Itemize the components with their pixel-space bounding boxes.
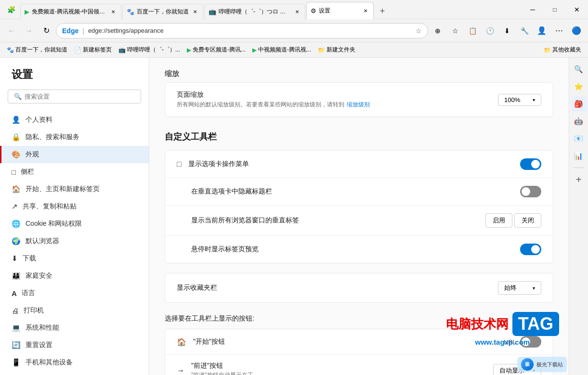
back-button[interactable]: ← [4, 23, 19, 39]
maximize-button[interactable]: □ [544, 2, 566, 17]
toggle-home-btn[interactable] [520, 336, 541, 348]
star-button[interactable]: ☆ [416, 27, 422, 35]
right-add-btn[interactable]: + [571, 172, 587, 187]
settings-title: 设置 [0, 67, 149, 90]
right-wallet-btn[interactable]: 🎒 [571, 96, 587, 112]
forward-btn-dropdown-value: 自动显示 [499, 366, 524, 375]
bookmarks-bar-section-block: 显示收藏夹栏 始终 ▾ [165, 273, 553, 303]
nav-item-language[interactable]: A 语言 [0, 284, 149, 302]
zoom-section-block: 页面缩放 所有网站的默认缩放级别。若要查看某些网站的缩放级别，请转到 缩放级别 … [165, 82, 553, 117]
address-bar: ← → ↻ Edge | edge://settings/appearance … [0, 19, 588, 42]
nav-item-downloads[interactable]: ⬇ 下载 [0, 250, 149, 267]
nav-item-start[interactable]: 🏠 开始、主页和新建标签页 [0, 181, 149, 198]
nav-item-appearance[interactable]: 🎨 外观 [0, 146, 149, 163]
nav-label-downloads: 下载 [23, 254, 36, 263]
window-controls: ─ □ ✕ [522, 2, 588, 17]
nav-label-share: 共享、复制和粘贴 [23, 202, 77, 211]
nav-item-family[interactable]: 👨‍👩‍👦 家庭安全 [0, 267, 149, 284]
right-search-btn[interactable]: 🔍 [571, 62, 587, 77]
nav-label-language: 语言 [22, 289, 35, 297]
zoom-row-title: 页面缩放 [177, 91, 498, 99]
vertical-tabs-btn-group: 启用 关闭 [485, 213, 541, 228]
collections-btn[interactable]: 📋 [465, 23, 480, 39]
vertical-tabs-title: 显示当前所有浏览器窗口的垂直标签 [177, 216, 485, 225]
bookmark-label-tv1: 免费专区频道-腾讯... [193, 46, 246, 54]
toolbar-section-header: 自定义工具栏 [165, 127, 553, 150]
nav-item-share[interactable]: ↗ 共享、复制和粘贴 [0, 198, 149, 215]
nav-icon-share: ↗ [12, 202, 18, 211]
minimize-button[interactable]: ─ [522, 2, 544, 17]
toggle-hide-titlebar[interactable] [520, 186, 541, 197]
bookmark-tencent-mid[interactable]: ▶ 中视频频道-腾讯视... [249, 45, 314, 55]
profile-toolbar-btn[interactable]: 👤 [534, 23, 549, 39]
toggle-tab-preview[interactable] [520, 244, 541, 255]
search-settings-box[interactable]: 🔍 [8, 90, 141, 103]
nav-item-profile[interactable]: 👤 个人资料 [0, 111, 149, 129]
search-settings-input[interactable] [25, 93, 135, 100]
tab-bilibili[interactable]: 📺 哔哩哔哩（゜-゜）つロ 干杯~-bilib... ✕ [204, 4, 305, 19]
right-outlook-btn[interactable]: 📧 [571, 131, 587, 146]
forward-btn-dropdown[interactable]: 自动显示 ▾ [493, 364, 541, 375]
history-btn[interactable]: 🕐 [482, 23, 497, 39]
forward-btn-title: "前进"按钮 [191, 362, 493, 370]
new-tab-button[interactable]: + [375, 4, 390, 19]
zoom-dropdown[interactable]: 100% ▾ [498, 94, 541, 106]
toggle-tab-actions[interactable] [520, 158, 541, 170]
edge-logo-btn[interactable]: 🔵 [569, 23, 584, 39]
tab-preview-title: 悬停时显示标签页预览 [177, 245, 520, 254]
tab-close-2[interactable]: ✕ [191, 8, 199, 15]
bookmark-newtab[interactable]: 📄 新建标签页 [71, 45, 115, 55]
tab-close-1[interactable]: ✕ [109, 8, 117, 15]
bookmarks-bar-dropdown[interactable]: 始终 ▾ [498, 281, 541, 295]
tab-baidu[interactable]: 🐾 百度一下，你就知道 ✕ [122, 4, 203, 19]
forward-btn-chevron-icon: ▾ [533, 368, 535, 373]
vertical-tabs-enable-btn[interactable]: 启用 [485, 213, 512, 228]
right-copilot-btn[interactable]: 🤖 [571, 114, 587, 129]
nav-item-cookies[interactable]: 🌐 Cookie 和网站权限 [0, 215, 149, 233]
nav-item-privacy[interactable]: 🔒 隐私、搜索和服务 [0, 129, 149, 146]
nav-item-default-browser[interactable]: 🌍 默认浏览器 [0, 233, 149, 250]
nav-icon-sidebar: □ [12, 168, 16, 176]
bookmark-folder[interactable]: 📁 新建文件夹 [315, 45, 358, 55]
bookmark-baidu[interactable]: 🐾 百度一下，你就知道 [4, 45, 70, 55]
right-favorites-btn[interactable]: ⭐ [571, 79, 587, 94]
bookmark-favicon-other: 📁 [544, 47, 551, 53]
tab-tencent-video[interactable]: ▶ 免费频道-腾讯视频-中国领先的©... ✕ [20, 4, 121, 19]
tab-actions-title: 显示选项卡操作菜单 [188, 160, 520, 168]
refresh-button[interactable]: ↻ [39, 23, 54, 39]
bookmark-favicon-tv2: ▶ [252, 47, 257, 53]
nav-item-system[interactable]: 💻 系统和性能 [0, 319, 149, 336]
close-button[interactable]: ✕ [566, 2, 588, 17]
tab-close-3[interactable]: ✕ [293, 8, 301, 15]
vertical-tabs-close-btn[interactable]: 关闭 [514, 213, 541, 228]
address-input-wrap[interactable]: Edge | edge://settings/appearance ☆ [56, 23, 428, 39]
nav-item-printer[interactable]: 🖨 打印机 [0, 302, 149, 319]
nav-icon-profile: 👤 [12, 116, 21, 124]
tab-settings[interactable]: ⚙ 设置 ✕ [306, 2, 374, 19]
bookmark-tencent-vip[interactable]: ▶ 免费专区频道-腾讯... [184, 45, 248, 55]
tabs-container: ▶ 免费频道-腾讯视频-中国领先的©... ✕ 🐾 百度一下，你就知道 ✕ 📺 … [18, 0, 522, 19]
extensions-btn[interactable]: 🔧 [517, 23, 532, 39]
split-view-btn[interactable]: ⊕ [430, 23, 445, 39]
tab-close-4[interactable]: ✕ [362, 7, 369, 14]
forward-button[interactable]: → [21, 23, 37, 39]
toolbar-buttons-section-header: 选择要在工具栏上显示的按钮: [165, 312, 553, 329]
profile-icon-btn[interactable]: 🧩 [4, 2, 18, 17]
bookmark-bilibili[interactable]: 📺 哔哩哔哩（゜-゜）... [116, 45, 183, 55]
favorites-btn[interactable]: ☆ [447, 23, 463, 39]
bookmark-label-baidu: 百度一下，你就知道 [15, 46, 67, 54]
nav-icon-printer: 🖨 [12, 307, 19, 315]
nav-item-sidebar[interactable]: □ 侧栏 [0, 163, 149, 181]
right-office-btn[interactable]: 📊 [571, 148, 587, 164]
nav-item-accessibility[interactable]: ♿ 辅助功能 [0, 371, 149, 375]
tab-favicon-2: 🐾 [127, 8, 134, 15]
downloads-toolbar-btn[interactable]: ⬇ [499, 23, 515, 39]
zoom-desc-link[interactable]: 缩放级别 [347, 101, 370, 108]
search-settings-icon: 🔍 [14, 93, 22, 100]
bookmark-other[interactable]: 📁 其他收藏夹 [541, 45, 584, 55]
more-tools-btn[interactable]: ⋯ [551, 23, 567, 39]
nav-item-mobile[interactable]: 📱 手机和其他设备 [0, 354, 149, 371]
nav-icon-system: 💻 [12, 323, 21, 332]
bookmark-label-bili: 哔哩哔哩（゜-゜）... [127, 46, 180, 54]
nav-item-reset[interactable]: 🔄 重置设置 [0, 336, 149, 354]
